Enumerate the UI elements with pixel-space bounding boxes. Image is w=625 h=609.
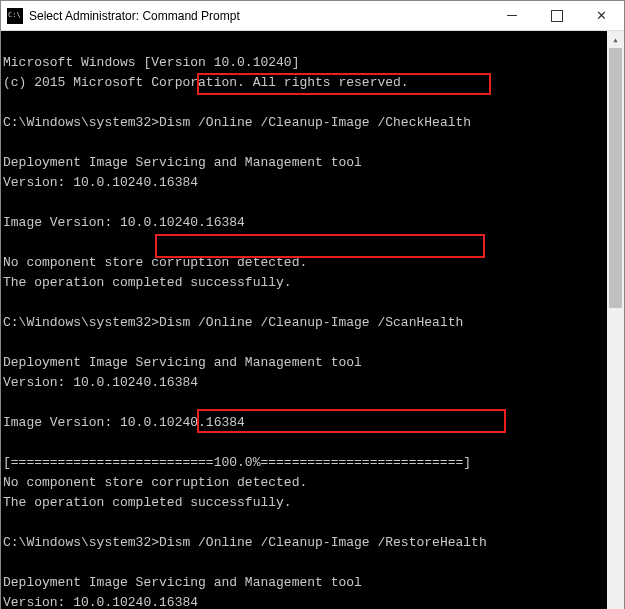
prompt: C:\Windows\system32> [3, 535, 159, 550]
command-prompt-window: Select Administrator: Command Prompt Mic… [0, 0, 625, 609]
titlebar[interactable]: Select Administrator: Command Prompt [1, 1, 624, 31]
maximize-button[interactable] [534, 1, 579, 30]
output-line: The operation completed successfully. [3, 495, 292, 510]
output-line: Microsoft Windows [Version 10.0.10240] [3, 55, 299, 70]
window-title: Select Administrator: Command Prompt [29, 9, 489, 23]
output-line: [==========================100.0%=======… [3, 455, 471, 470]
scrollbar-thumb[interactable] [609, 48, 622, 308]
prompt-line: C:\Windows\system32>Dism /Online /Cleanu… [3, 115, 471, 130]
output-line: Image Version: 10.0.10240.16384 [3, 415, 245, 430]
scroll-up-arrow-icon[interactable]: ▴ [607, 31, 624, 48]
prompt: C:\Windows\system32> [3, 315, 159, 330]
terminal-output[interactable]: Microsoft Windows [Version 10.0.10240] (… [1, 31, 607, 609]
output-line: (c) 2015 Microsoft Corporation. All righ… [3, 75, 409, 90]
output-line: No component store corruption detected. [3, 475, 307, 490]
terminal-body: Microsoft Windows [Version 10.0.10240] (… [1, 31, 624, 609]
command-text: Dism /Online /Cleanup-Image /CheckHealth [159, 115, 471, 130]
prompt-line: C:\Windows\system32>Dism /Online /Cleanu… [3, 535, 487, 550]
vertical-scrollbar[interactable]: ▴ ▾ [607, 31, 624, 609]
window-controls [489, 1, 624, 30]
output-line: The operation completed successfully. [3, 275, 292, 290]
command-text: Dism /Online /Cleanup-Image /RestoreHeal… [159, 535, 487, 550]
output-line: Image Version: 10.0.10240.16384 [3, 215, 245, 230]
output-line: Version: 10.0.10240.16384 [3, 175, 198, 190]
output-line: Version: 10.0.10240.16384 [3, 375, 198, 390]
output-line: No component store corruption detected. [3, 255, 307, 270]
output-line: Version: 10.0.10240.16384 [3, 595, 198, 609]
output-line: Deployment Image Servicing and Managemen… [3, 355, 362, 370]
cmd-icon [7, 8, 23, 24]
prompt: C:\Windows\system32> [3, 115, 159, 130]
output-line: Deployment Image Servicing and Managemen… [3, 155, 362, 170]
prompt-line: C:\Windows\system32>Dism /Online /Cleanu… [3, 315, 463, 330]
output-line: Deployment Image Servicing and Managemen… [3, 575, 362, 590]
close-button[interactable] [579, 1, 624, 30]
command-text: Dism /Online /Cleanup-Image /ScanHealth [159, 315, 463, 330]
minimize-button[interactable] [489, 1, 534, 30]
